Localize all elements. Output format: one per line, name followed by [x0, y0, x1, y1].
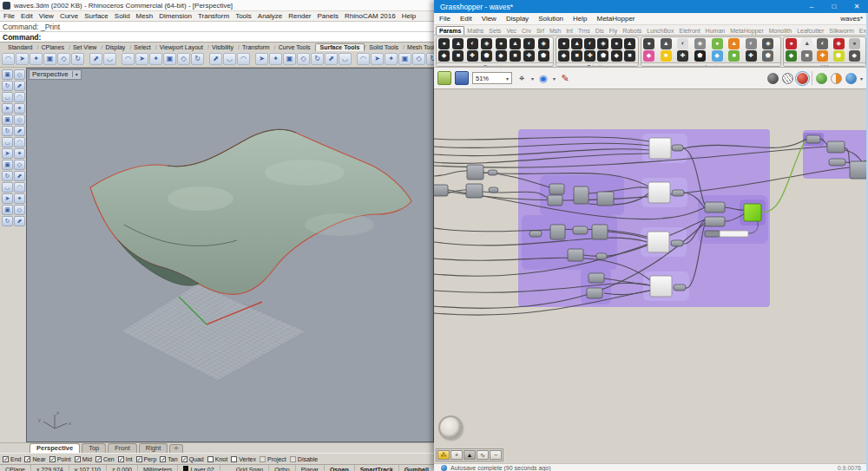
- active-document-label[interactable]: waves*: [840, 15, 863, 23]
- toolbar-icon[interactable]: ◠: [122, 53, 135, 65]
- status-units[interactable]: Millimeters: [138, 465, 178, 471]
- node[interactable]: [467, 165, 483, 180]
- component-icon[interactable]: ■: [801, 50, 812, 62]
- param-capsule[interactable]: [829, 159, 845, 166]
- node[interactable]: [850, 161, 868, 179]
- component-icon[interactable]: ▲: [510, 38, 521, 49]
- viewport-tab-top[interactable]: Top: [82, 443, 106, 453]
- wire-style-icon[interactable]: ∿: [477, 450, 489, 460]
- tab-elefront[interactable]: Elefront: [676, 27, 702, 35]
- component-icon[interactable]: ▲: [728, 38, 740, 49]
- toolbar-icon[interactable]: ◇: [297, 53, 310, 65]
- toolbar-icon[interactable]: ⬈: [89, 53, 102, 65]
- node[interactable]: [597, 192, 614, 206]
- palette-tool-icon[interactable]: ◡: [2, 182, 13, 193]
- tab-metahopper[interactable]: MetaHopper: [727, 27, 766, 35]
- palette-tool-icon[interactable]: ◠: [14, 137, 25, 147]
- gh-menu-display[interactable]: Display: [506, 15, 529, 23]
- perspective-viewport[interactable]: zxy Perspective ▾: [26, 68, 434, 442]
- tab-robots[interactable]: Robots: [620, 27, 644, 35]
- component-icon[interactable]: ◆: [611, 50, 622, 62]
- component-icon[interactable]: ◐: [584, 38, 595, 49]
- slider-handle[interactable]: [705, 231, 720, 237]
- component-icon[interactable]: ✚: [817, 50, 828, 62]
- geometry-group-label[interactable]: Geometry▪: [437, 62, 553, 67]
- component-icon[interactable]: ◈: [762, 38, 773, 49]
- node[interactable]: [827, 141, 845, 153]
- toolbar-icon[interactable]: ▣: [43, 53, 56, 65]
- palette-tool-icon[interactable]: ⬈: [14, 171, 25, 181]
- preview-custom-icon[interactable]: [831, 73, 842, 84]
- toolbar-icon[interactable]: ➤: [371, 53, 384, 65]
- node[interactable]: [705, 202, 725, 213]
- palette-tool-icon[interactable]: ▣: [2, 205, 13, 215]
- component-icon[interactable]: ◐: [746, 38, 757, 49]
- toolbar-icon[interactable]: ↻: [311, 53, 324, 65]
- palette-tool-icon[interactable]: ✦: [14, 193, 25, 204]
- component-icon[interactable]: ◆: [438, 50, 450, 62]
- component-icon[interactable]: ◆: [849, 50, 860, 62]
- toolbar-icon[interactable]: ▣: [283, 53, 296, 65]
- viewport-menu-caret-icon[interactable]: ▾: [72, 71, 78, 77]
- sketch-pencil-icon[interactable]: ✎: [559, 73, 571, 84]
- panel-node[interactable]: [650, 276, 672, 297]
- osnap-int[interactable]: ✓Int: [118, 456, 133, 462]
- toolbar-icon[interactable]: ◠: [2, 53, 15, 65]
- osnap-disable[interactable]: ✓Disable: [290, 456, 318, 462]
- node[interactable]: [592, 225, 608, 239]
- toolbar-icon[interactable]: ✦: [385, 53, 398, 65]
- tab-params[interactable]: Params: [436, 26, 464, 36]
- palette-tool-icon[interactable]: ◇: [14, 69, 25, 80]
- component-icon[interactable]: ◐: [817, 38, 828, 49]
- component-icon[interactable]: ▲: [571, 38, 582, 49]
- component-icon[interactable]: ✚: [467, 50, 478, 62]
- toolbar-icon[interactable]: ▣: [398, 53, 411, 65]
- osnap-end[interactable]: ✓End: [3, 456, 21, 462]
- component-icon[interactable]: ◈: [481, 38, 492, 49]
- palette-tool-icon[interactable]: ◡: [2, 137, 13, 147]
- node[interactable]: [466, 184, 483, 198]
- maximize-button[interactable]: □: [823, 0, 845, 13]
- status-grid-snap[interactable]: Grid Snap: [231, 465, 270, 471]
- slider-track[interactable]: [720, 231, 748, 237]
- osnap-project[interactable]: ✓Project: [260, 456, 286, 462]
- tab-fly[interactable]: Fly: [607, 27, 620, 35]
- toolbar-icon[interactable]: ◡: [103, 53, 116, 65]
- param-capsule[interactable]: [672, 190, 684, 196]
- component-icon[interactable]: ▲: [452, 38, 464, 49]
- palette-tool-icon[interactable]: ✦: [14, 148, 25, 159]
- toolbar-icon[interactable]: ◇: [57, 53, 70, 65]
- component-icon[interactable]: ◐: [677, 38, 688, 49]
- palette-tool-icon[interactable]: ◇: [14, 205, 25, 215]
- osnap-mid[interactable]: ✓Mid: [75, 456, 92, 462]
- palette-tool-icon[interactable]: ⬈: [14, 216, 25, 226]
- node[interactable]: [434, 185, 448, 196]
- preview-selected-only-icon[interactable]: [816, 73, 827, 84]
- tab-sets[interactable]: Sets: [486, 27, 503, 35]
- component-icon[interactable]: ●: [611, 38, 622, 49]
- toolbar-icon[interactable]: ⬈: [209, 53, 222, 65]
- panel-node[interactable]: [648, 232, 669, 252]
- menu-surface[interactable]: Surface: [84, 12, 108, 20]
- component-icon[interactable]: ◈: [538, 38, 549, 49]
- osnap-point[interactable]: ✓Point: [49, 456, 71, 462]
- component-icon[interactable]: ⬟: [538, 50, 549, 62]
- node[interactable]: [705, 217, 725, 226]
- gh-menu-view[interactable]: View: [482, 15, 496, 23]
- component-icon[interactable]: ⬟: [597, 50, 608, 62]
- menu-dimension[interactable]: Dimension: [159, 12, 192, 20]
- toolbar-tab-display[interactable]: Display: [101, 44, 129, 51]
- palette-tool-icon[interactable]: ✦: [14, 103, 25, 114]
- menu-mesh[interactable]: Mesh: [136, 12, 154, 20]
- status-planar[interactable]: Planar: [296, 465, 325, 471]
- gh-menu-help[interactable]: Help: [573, 15, 587, 23]
- menu-solid[interactable]: Solid: [115, 12, 130, 20]
- tab-trns[interactable]: Trns: [575, 27, 593, 35]
- palette-tool-icon[interactable]: ▣: [2, 160, 13, 170]
- param-capsule[interactable]: [674, 285, 686, 291]
- pin-up-icon[interactable]: ▲: [464, 450, 476, 460]
- component-icon[interactable]: ●: [786, 38, 797, 49]
- component-icon[interactable]: ◈: [597, 38, 608, 49]
- tab-leafcutter[interactable]: Leafcutter: [794, 27, 826, 35]
- component-icon[interactable]: ▲: [661, 38, 672, 49]
